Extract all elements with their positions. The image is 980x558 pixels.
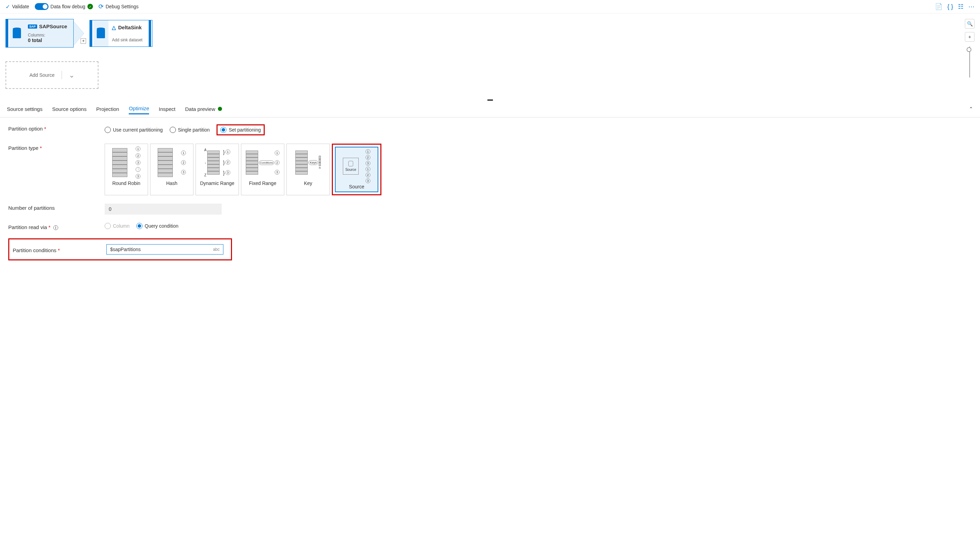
tab-source-options[interactable]: Source options (52, 104, 87, 114)
tab-optimize[interactable]: Optimize (129, 103, 149, 114)
ptype-fixed-range[interactable]: Conditions123 Fixed Range (241, 144, 284, 195)
delta-icon: △ (112, 25, 116, 31)
num-partitions-label: Number of partitions (8, 204, 105, 211)
validate-label: Validate (12, 4, 29, 9)
partition-conditions-input[interactable]: $sapPartitions abc (106, 244, 223, 254)
preview-status-dot (218, 107, 222, 111)
database-icon (97, 29, 105, 38)
tab-source-settings[interactable]: Source settings (7, 104, 43, 114)
radio-use-current[interactable]: Use current partitioning (105, 127, 163, 133)
source-node-title: SAPSource (39, 23, 67, 29)
tab-inspect[interactable]: Inspect (159, 104, 175, 114)
tab-projection[interactable]: Projection (96, 104, 119, 114)
panel-tabs: Source settings Source options Projectio… (0, 100, 980, 117)
sink-node-title: DeltaSink (118, 25, 141, 30)
sap-icon: SAP (28, 25, 37, 29)
add-source-label: Add Source (29, 72, 54, 78)
canvas-tools: 🔍 + (965, 19, 975, 77)
radio-column: Column (105, 223, 129, 229)
search-canvas-button[interactable]: 🔍 (965, 19, 975, 29)
ptype-dynamic-range[interactable]: A↓Z}1}2}3 Dynamic Range (196, 144, 239, 195)
settings-icon: ⟳ (98, 3, 104, 10)
partition-conditions-label: Partition conditions * (13, 246, 106, 253)
debug-label: Data flow debug (51, 4, 85, 9)
debug-toggle[interactable] (35, 3, 49, 10)
source-columns-value: 0 total (28, 38, 67, 43)
code-icon[interactable]: { } (947, 3, 953, 10)
source-columns-label: Columns: (28, 33, 67, 38)
chevron-down-icon: ⌄ (62, 71, 75, 79)
ptype-source[interactable]: Source123123 Source (335, 147, 378, 192)
source-node[interactable]: SAP SAPSource Columns: 0 total (5, 19, 74, 48)
validate-button[interactable]: ✓ Validate (5, 3, 29, 10)
debug-toggle-group: Data flow debug ✓ (35, 3, 93, 10)
database-icon (13, 29, 21, 38)
add-source-button[interactable]: Add Source ⌄ (5, 61, 98, 89)
radio-single-partition[interactable]: Single partition (170, 127, 210, 133)
debug-settings-button[interactable]: ⟳ Debug Settings (98, 3, 139, 10)
radio-set-partitioning[interactable]: Set partitioning (220, 127, 260, 133)
sink-subtitle: Add sink dataset (112, 38, 142, 43)
radio-query-condition[interactable]: Query condition (136, 223, 178, 229)
sink-node[interactable]: △ DeltaSink Add sink dataset (90, 20, 152, 47)
ptype-key[interactable]: Keysn Key (286, 144, 330, 195)
zoom-slider[interactable] (969, 46, 970, 77)
collapse-panel-button[interactable]: ⌃ (969, 106, 973, 112)
properties-icon[interactable]: ☷ (958, 3, 964, 10)
partition-read-via-label: Partition read via * i (8, 223, 105, 230)
more-icon[interactable]: ⋯ (968, 3, 975, 10)
partition-option-label: Partition option * (8, 124, 105, 131)
expression-type-badge: abc (213, 247, 219, 252)
tab-data-preview[interactable]: Data preview (185, 104, 223, 114)
check-icon: ✓ (5, 3, 10, 10)
zoom-in-button[interactable]: + (965, 32, 975, 42)
toolbar: ✓ Validate Data flow debug ✓ ⟳ Debug Set… (0, 0, 980, 13)
ptype-hash[interactable]: 123 Hash (150, 144, 193, 195)
info-icon[interactable]: i (53, 225, 58, 230)
optimize-panel: Partition option * Use current partition… (0, 117, 980, 267)
ptype-round-robin[interactable]: 123⋮3 Round Robin (105, 144, 148, 195)
num-partitions-input[interactable]: 0 (105, 204, 222, 215)
flow-canvas: 🔍 + SAP SAPSource Columns: 0 total + (0, 13, 980, 100)
script-icon[interactable]: 📄 (935, 3, 942, 10)
debug-settings-label: Debug Settings (106, 4, 139, 9)
debug-status-icon: ✓ (87, 4, 93, 9)
flow-connector (74, 21, 84, 46)
partition-type-label: Partition type * (8, 144, 105, 151)
